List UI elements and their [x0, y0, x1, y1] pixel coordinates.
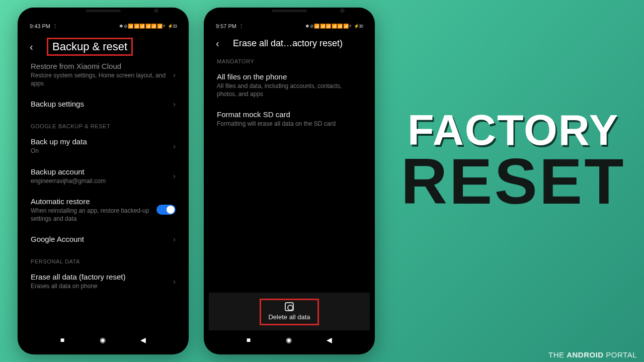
settings-list[interactable]: MANDATORY All files on the phone All fil…: [209, 55, 370, 293]
toggle-automatic-restore[interactable]: [156, 205, 176, 215]
phone-mockup-erase-data: 9:57 PM ⋮ ✱ ⊘ 📶 📶 📶 📶 📶 📶 ᯤ ⚡30 ‹ Erase …: [204, 8, 375, 354]
row-title: Automatic restore: [31, 197, 156, 206]
watermark-pre: THE: [548, 350, 567, 359]
row-format-sd[interactable]: Format mock SD card Formatting will eras…: [217, 104, 362, 134]
row-title: All files on the phone: [217, 72, 362, 81]
row-title: Erase all data (factory reset): [31, 273, 169, 281]
delete-label: Delete all data: [268, 313, 310, 321]
page-title: Erase all dat…actory reset): [233, 38, 343, 49]
status-time: 9:57 PM: [216, 23, 236, 29]
row-restore-xiaomi-cloud[interactable]: Restore from Xiaomi Cloud Restore system…: [31, 62, 176, 94]
hero-line-factory: FACTORY: [397, 111, 629, 149]
section-mandatory: MANDATORY: [217, 55, 362, 66]
chevron-right-icon: ›: [173, 278, 176, 286]
screen-backup-reset: 9:43 PM ⋮ ✱ ⊘ 📶 📶 📶 📶 📶 📶 ᯤ ⚡33 ‹ Backup…: [23, 13, 184, 349]
phone-mockup-backup-reset: 9:43 PM ⋮ ✱ ⊘ 📶 📶 📶 📶 📶 📶 ᯤ ⚡33 ‹ Backup…: [18, 8, 189, 354]
row-subtitle: All files and data, including accounts, …: [217, 82, 362, 98]
screen-erase-data: 9:57 PM ⋮ ✱ ⊘ 📶 📶 📶 📶 📶 📶 ᯤ ⚡30 ‹ Erase …: [209, 13, 370, 349]
nav-back-icon[interactable]: ◀: [327, 336, 332, 344]
page-title: Backup & reset: [47, 38, 133, 56]
chevron-right-icon: ›: [173, 172, 176, 180]
row-title: Backup settings: [31, 100, 169, 108]
hero-line-reset: RESET: [397, 152, 629, 210]
status-bar: 9:43 PM ⋮ ✱ ⊘ 📶 📶 📶 📶 📶 📶 ᯤ ⚡33: [23, 20, 184, 33]
navigation-bar: ■ ◉ ◀: [23, 330, 184, 349]
back-icon[interactable]: ‹: [216, 38, 227, 49]
status-time: 9:43 PM: [30, 23, 50, 29]
speaker: [272, 10, 307, 12]
back-icon[interactable]: ‹: [30, 41, 41, 53]
row-backup-account[interactable]: Backup account engineerravijha@gmail.com…: [31, 161, 176, 191]
row-title: Back up my data: [31, 137, 169, 146]
status-bar: 9:57 PM ⋮ ✱ ⊘ 📶 📶 📶 📶 📶 📶 ᯤ ⚡30: [209, 20, 370, 33]
nav-home-icon[interactable]: ◉: [286, 336, 292, 344]
status-right-icons: ✱ ⊘ 📶 📶 📶 📶 📶 📶 ᯤ ⚡30: [305, 24, 363, 29]
row-backup-settings[interactable]: Backup settings ›: [31, 94, 176, 114]
row-subtitle: On: [31, 147, 169, 155]
watermark-bold: ANDROID: [567, 350, 604, 359]
nav-recent-icon[interactable]: ■: [247, 336, 251, 344]
status-right-icons: ✱ ⊘ 📶 📶 📶 📶 📶 📶 ᯤ ⚡33: [119, 24, 177, 29]
row-subtitle: Restore system settings, Home screen lay…: [31, 71, 169, 87]
row-all-files[interactable]: All files on the phone All files and dat…: [217, 66, 362, 104]
speaker: [86, 10, 121, 12]
row-title: Restore from Xiaomi Cloud: [31, 62, 169, 70]
watermark-post: PORTAL: [604, 350, 637, 359]
app-bar: ‹ Erase all dat…actory reset): [209, 33, 370, 55]
row-subtitle: Formatting will erase all data on the SD…: [217, 120, 362, 128]
nav-recent-icon[interactable]: ■: [60, 336, 64, 344]
row-subtitle: Erases all data on phone: [31, 282, 169, 290]
section-google-backup: GOOGLE BACKUP & RESET: [31, 114, 176, 131]
chevron-right-icon: ›: [173, 100, 176, 108]
hero-title: FACTORY RESET: [397, 111, 629, 211]
row-title: Format mock SD card: [217, 110, 362, 119]
watermark: THE ANDROID PORTAL: [548, 350, 637, 359]
row-backup-my-data[interactable]: Back up my data On ›: [31, 131, 176, 161]
app-bar: ‹ Backup & reset: [23, 33, 184, 62]
status-indicator-icon: ⋮: [238, 23, 244, 30]
nav-home-icon[interactable]: ◉: [100, 336, 106, 344]
chevron-right-icon: ›: [173, 235, 176, 243]
section-personal-data: PERSONAL DATA: [31, 249, 176, 266]
row-automatic-restore[interactable]: Automatic restore When reinstalling an a…: [31, 191, 176, 229]
delete-icon: [285, 302, 294, 311]
navigation-bar: ■ ◉ ◀: [209, 330, 370, 349]
status-indicator-icon: ⋮: [52, 23, 58, 30]
chevron-right-icon: ›: [173, 142, 176, 150]
nav-back-icon[interactable]: ◀: [140, 336, 146, 344]
bottom-action-bar: Delete all data: [209, 293, 370, 330]
settings-list[interactable]: Restore from Xiaomi Cloud Restore system…: [23, 62, 184, 330]
row-title: Backup account: [31, 167, 169, 176]
row-subtitle: engineerravijha@gmail.com: [31, 177, 169, 185]
row-title: Google Account: [31, 235, 169, 243]
chevron-right-icon: ›: [173, 71, 176, 79]
row-google-account[interactable]: Google Account ›: [31, 229, 176, 249]
delete-all-data-button[interactable]: Delete all data: [260, 299, 318, 325]
row-subtitle: When reinstalling an app, restore backed…: [31, 207, 156, 223]
row-erase-all-data[interactable]: Erase all data (factory reset) Erases al…: [31, 266, 176, 296]
